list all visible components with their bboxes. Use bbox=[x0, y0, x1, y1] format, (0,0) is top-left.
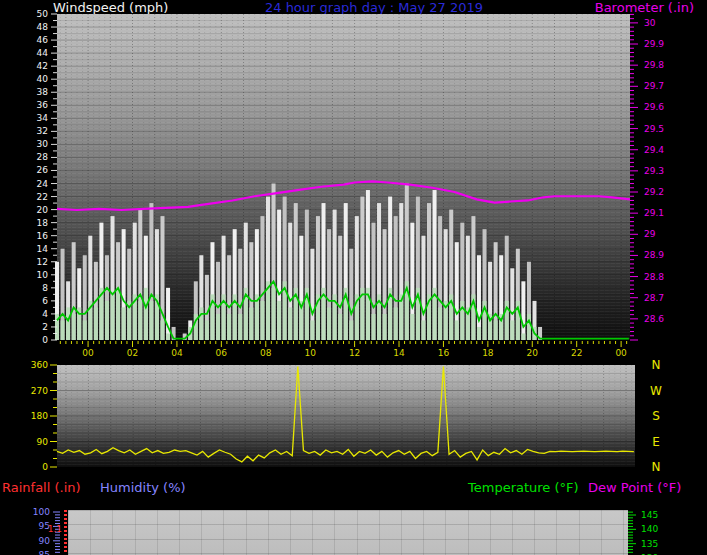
axis-tick-label: 14 bbox=[393, 348, 405, 358]
axis-tick-label: 140 bbox=[641, 524, 658, 534]
axis-tick-label: 18 bbox=[37, 218, 49, 228]
axis-tick-label: 12 bbox=[349, 348, 360, 358]
axis-tick-label: 46 bbox=[37, 35, 49, 45]
windspeed-barometer-plot-area bbox=[57, 14, 630, 340]
rainfall-axis-title: Rainfall (.in) bbox=[2, 480, 81, 496]
axis-tick-label: 00 bbox=[82, 348, 94, 358]
axis-tick-label: 08 bbox=[260, 348, 272, 358]
axis-tick-label: 135 bbox=[641, 539, 658, 549]
weather-graph-window: Windspeed (mph) 24 hour graph day : May … bbox=[0, 0, 707, 555]
axis-tick-label: 02 bbox=[127, 348, 138, 358]
axis-tick-label: 42 bbox=[37, 61, 48, 71]
axis-tick-label: 34 bbox=[37, 113, 49, 123]
axis-tick-label: 16 bbox=[438, 348, 450, 358]
compass-label-s-2: S bbox=[652, 409, 660, 423]
compass-label-e-3: E bbox=[652, 435, 660, 449]
axis-tick-label: 29.9 bbox=[644, 39, 664, 49]
axis-tick-label: 2 bbox=[42, 322, 48, 332]
humidity-axis-title: Humidity (%) bbox=[100, 480, 186, 496]
axis-tick-label: 100 bbox=[33, 507, 50, 517]
axis-tick-label: 50 bbox=[37, 9, 49, 19]
axis-tick-label: 29.1 bbox=[644, 208, 664, 218]
axis-tick-label: 22 bbox=[37, 192, 48, 202]
axis-tick-label: 90 bbox=[39, 536, 51, 546]
dew-point-axis-title: Dew Point (°F) bbox=[588, 480, 681, 496]
axis-tick-label: 29.5 bbox=[644, 124, 664, 134]
axis-tick-label: 0 bbox=[42, 335, 48, 345]
axis-tick-label: 06 bbox=[216, 348, 228, 358]
compass-label-w-1: W bbox=[650, 384, 662, 398]
axis-tick-label: 95 bbox=[39, 521, 50, 531]
axis-tick-label: 28 bbox=[37, 152, 49, 162]
axis-tick-label: 44 bbox=[37, 48, 49, 58]
axis-tick-label: 4 bbox=[42, 309, 48, 319]
axis-tick-label: 32 bbox=[37, 126, 48, 136]
axis-tick-label: 04 bbox=[171, 348, 183, 358]
axis-tick-label: 90 bbox=[37, 437, 49, 447]
axis-tick-label: 10 bbox=[304, 348, 316, 358]
axis-tick-label: 48 bbox=[37, 22, 49, 32]
axis-tick-label: 20 bbox=[527, 348, 539, 358]
axis-tick-label: 360 bbox=[31, 360, 48, 370]
axis-tick-label: 28.9 bbox=[644, 250, 664, 260]
axis-tick-label: 30 bbox=[644, 18, 656, 28]
axis-tick-label: 00 bbox=[615, 348, 627, 358]
axis-tick-label: 29.2 bbox=[644, 187, 664, 197]
rainfall-scale-label: 1.1 bbox=[48, 524, 62, 534]
axis-tick-label: 38 bbox=[37, 87, 49, 97]
axis-tick-label: 29.4 bbox=[644, 145, 664, 155]
axis-tick-label: 22 bbox=[571, 348, 582, 358]
axis-tick-label: 28.7 bbox=[644, 293, 664, 303]
axis-tick-label: 29.3 bbox=[644, 166, 664, 176]
humidity-rain-temp-chart bbox=[68, 510, 628, 555]
axis-tick-label: 36 bbox=[37, 100, 49, 110]
windspeed-barometer-chart bbox=[57, 14, 630, 340]
axis-tick-label: 85 bbox=[39, 550, 50, 555]
axis-tick-label: 10 bbox=[37, 270, 49, 280]
axis-tick-label: 14 bbox=[37, 244, 49, 254]
axis-tick-label: 40 bbox=[37, 74, 49, 84]
temperature-axis-title: Temperature (°F) bbox=[468, 480, 579, 496]
axis-tick-label: 12 bbox=[37, 257, 48, 267]
wind-direction-plot-area bbox=[57, 365, 635, 467]
axis-tick-label: 270 bbox=[31, 386, 48, 396]
axis-tick-label: 26 bbox=[37, 165, 49, 175]
axis-tick-label: 29 bbox=[644, 229, 656, 239]
axis-tick-label: 0 bbox=[42, 462, 48, 472]
axis-tick-label: 8 bbox=[42, 283, 48, 293]
wind-direction-chart bbox=[57, 365, 635, 467]
axis-tick-label: 6 bbox=[42, 296, 48, 306]
axis-tick-label: 29.8 bbox=[644, 60, 664, 70]
axis-tick-label: 180 bbox=[31, 411, 48, 421]
axis-tick-label: 24 bbox=[37, 179, 49, 189]
axis-tick-label: 20 bbox=[37, 205, 49, 215]
axis-tick-label: 145 bbox=[641, 510, 658, 520]
axis-tick-label: 18 bbox=[482, 348, 494, 358]
compass-label-n-0: N bbox=[652, 358, 661, 372]
axis-tick-label: 16 bbox=[37, 231, 49, 241]
axis-tick-label: 29.6 bbox=[644, 102, 664, 112]
axis-tick-label: 30 bbox=[37, 139, 49, 149]
compass-label-n-4: N bbox=[652, 460, 661, 474]
axis-tick-label: 29.7 bbox=[644, 81, 664, 91]
axis-tick-label: 28.8 bbox=[644, 272, 664, 282]
axis-tick-label: 28.6 bbox=[644, 314, 664, 324]
